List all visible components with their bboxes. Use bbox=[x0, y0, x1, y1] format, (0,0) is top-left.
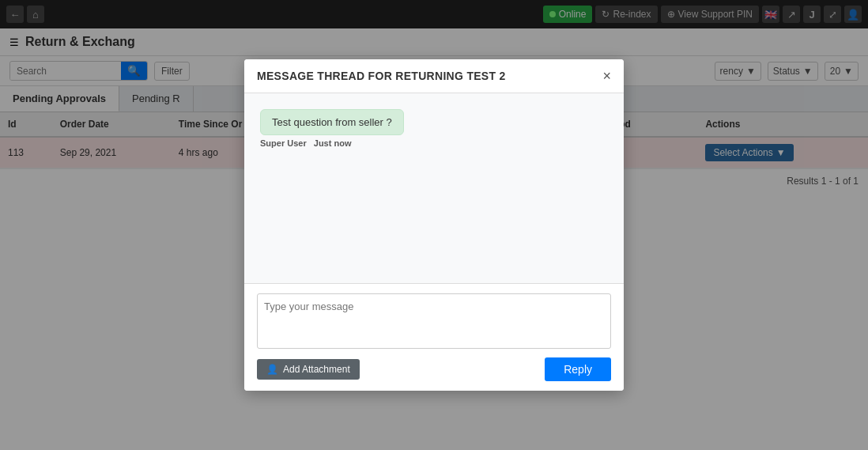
message-input[interactable] bbox=[257, 293, 611, 349]
modal-overlay: MESSAGE THREAD FOR RETURNING TEST 2 × Te… bbox=[0, 0, 868, 450]
message-bubble: Test question from seller ? bbox=[260, 109, 404, 135]
add-attachment-button[interactable]: 👤 Add Attachment bbox=[257, 359, 360, 380]
attachment-icon: 👤 bbox=[266, 364, 278, 375]
message-modal: MESSAGE THREAD FOR RETURNING TEST 2 × Te… bbox=[244, 59, 624, 391]
reply-button[interactable]: Reply bbox=[545, 357, 611, 381]
reply-actions: 👤 Add Attachment Reply bbox=[257, 357, 611, 381]
modal-header: MESSAGE THREAD FOR RETURNING TEST 2 × bbox=[244, 59, 624, 93]
reply-area: 👤 Add Attachment Reply bbox=[244, 283, 624, 391]
message-meta: Super User Just now bbox=[260, 138, 608, 148]
modal-body: Test question from seller ? Super User J… bbox=[244, 93, 624, 283]
modal-close-button[interactable]: × bbox=[602, 69, 611, 83]
message-item: Test question from seller ? Super User J… bbox=[260, 109, 608, 148]
modal-title: MESSAGE THREAD FOR RETURNING TEST 2 bbox=[257, 70, 506, 82]
